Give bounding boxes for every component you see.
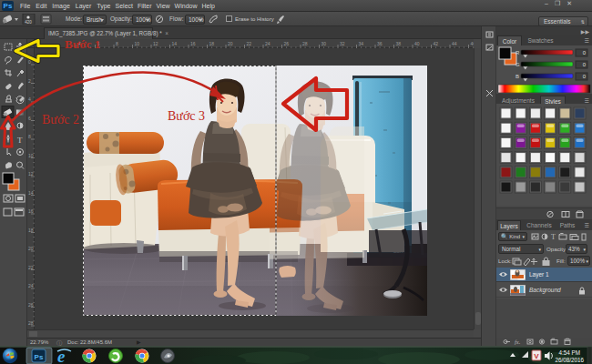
svg-text:22: 22 bbox=[247, 41, 252, 46]
svg-text:T: T bbox=[551, 233, 556, 241]
svg-text:14: 14 bbox=[28, 190, 34, 196]
svg-text:20: 20 bbox=[28, 246, 34, 251]
svg-text:R: R bbox=[515, 50, 520, 56]
svg-text:6: 6 bbox=[97, 41, 100, 46]
svg-text:4: 4 bbox=[28, 96, 31, 102]
svg-text:T: T bbox=[17, 136, 23, 145]
svg-text:G: G bbox=[515, 62, 520, 67]
svg-text:26/08/2016: 26/08/2016 bbox=[555, 357, 584, 363]
svg-text:10: 10 bbox=[28, 153, 34, 158]
svg-text:Ps: Ps bbox=[35, 353, 44, 361]
svg-text:26: 26 bbox=[284, 41, 290, 46]
svg-text:28: 28 bbox=[302, 41, 308, 46]
svg-text:38: 38 bbox=[396, 41, 402, 46]
svg-text:34: 34 bbox=[359, 41, 364, 46]
svg-text:4: 4 bbox=[78, 41, 81, 46]
svg-text:44: 44 bbox=[452, 41, 457, 46]
svg-text:12: 12 bbox=[28, 171, 34, 177]
svg-text:16: 16 bbox=[28, 208, 34, 214]
svg-text:0: 0 bbox=[28, 59, 31, 65]
svg-text:20: 20 bbox=[228, 41, 233, 46]
svg-text:12: 12 bbox=[153, 41, 158, 46]
svg-text:4:54 PM: 4:54 PM bbox=[559, 349, 580, 356]
svg-text:30: 30 bbox=[322, 41, 327, 46]
svg-text:14: 14 bbox=[172, 41, 178, 46]
svg-text:8: 8 bbox=[116, 41, 118, 46]
svg-text:46: 46 bbox=[471, 41, 475, 46]
svg-text:10: 10 bbox=[135, 41, 140, 46]
svg-text:6: 6 bbox=[28, 116, 31, 121]
svg-text:8: 8 bbox=[28, 134, 31, 139]
svg-text:24: 24 bbox=[265, 41, 270, 46]
svg-text:fx.: fx. bbox=[515, 339, 521, 345]
svg-text:V: V bbox=[534, 352, 539, 360]
svg-text:40: 40 bbox=[414, 41, 420, 46]
svg-text:32: 32 bbox=[340, 41, 345, 46]
svg-text:36: 36 bbox=[377, 41, 383, 46]
svg-text:18: 18 bbox=[28, 228, 34, 233]
svg-text:B: B bbox=[515, 74, 519, 79]
svg-text:24: 24 bbox=[28, 283, 34, 288]
svg-text:18: 18 bbox=[209, 41, 215, 46]
svg-text:2: 2 bbox=[28, 78, 31, 84]
svg-text:26: 26 bbox=[28, 302, 34, 308]
svg-text:28: 28 bbox=[28, 320, 34, 326]
svg-text:16: 16 bbox=[190, 41, 196, 46]
svg-text:22: 22 bbox=[28, 265, 34, 270]
svg-text:42: 42 bbox=[434, 41, 439, 46]
